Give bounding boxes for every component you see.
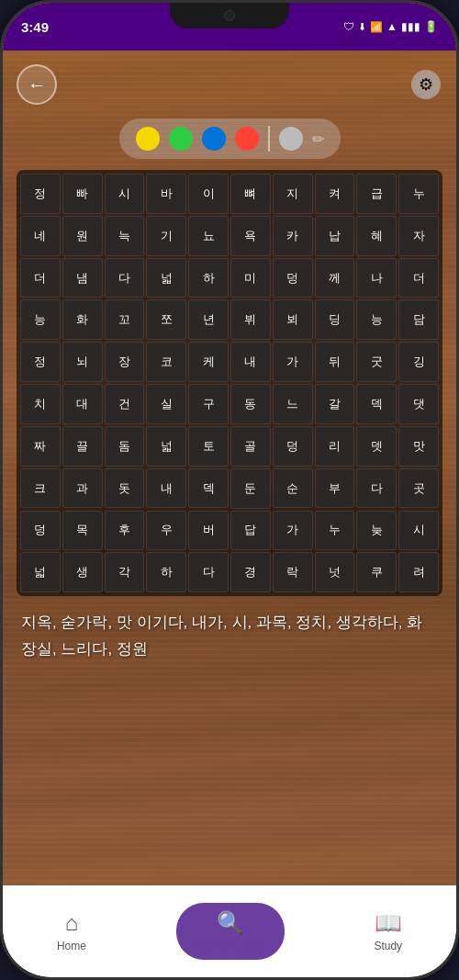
grid-cell[interactable]: 다	[188, 552, 229, 592]
grid-cell[interactable]: 크	[20, 468, 61, 509]
grid-cell[interactable]: 골	[230, 426, 271, 467]
grid-cell[interactable]: 미	[230, 258, 271, 299]
grid-cell[interactable]: 구	[188, 384, 229, 424]
grid-cell[interactable]: 곳	[398, 468, 439, 509]
grid-cell[interactable]: 이	[188, 174, 229, 214]
grid-cell[interactable]: 네	[20, 216, 61, 256]
grid-cell[interactable]: 순	[273, 468, 313, 509]
grid-cell[interactable]: 덱	[188, 468, 229, 509]
grid-cell[interactable]: 과	[62, 468, 103, 509]
grid-cell[interactable]: 화	[62, 299, 103, 340]
grid-cell[interactable]: 더	[20, 258, 61, 299]
grid-cell[interactable]: 댓	[398, 384, 439, 424]
grid-cell[interactable]: 목	[62, 511, 103, 551]
grid-cell[interactable]: 뷔	[230, 299, 271, 340]
grid-cell[interactable]: 케	[188, 342, 229, 382]
grid-cell[interactable]: 쿠	[356, 552, 397, 592]
grid-cell[interactable]: 원	[62, 216, 103, 256]
grid-cell[interactable]: 각	[105, 552, 145, 592]
grid-cell[interactable]: 실	[146, 384, 186, 424]
nav-home[interactable]: ⌂ Home	[39, 903, 105, 960]
grid-cell[interactable]: 끌	[62, 426, 103, 467]
grid-cell[interactable]: 장	[105, 342, 145, 382]
grid-cell[interactable]: 바	[146, 174, 186, 214]
grid-cell[interactable]: 생	[62, 552, 103, 592]
grid-cell[interactable]: 깅	[398, 342, 439, 382]
grid-cell[interactable]: 켜	[315, 174, 355, 214]
grid-cell[interactable]: 뼈	[230, 174, 271, 214]
grid-cell[interactable]: 욕	[230, 216, 271, 256]
grid-cell[interactable]: 치	[20, 384, 61, 424]
color-inactive[interactable]	[279, 127, 303, 151]
grid-cell[interactable]: 혜	[356, 216, 397, 256]
grid-cell[interactable]: 지	[273, 174, 313, 214]
grid-cell[interactable]: 시	[398, 511, 439, 551]
grid-cell[interactable]: 뵈	[273, 299, 313, 340]
grid-cell[interactable]: 하	[146, 552, 186, 592]
grid-cell[interactable]: 느	[273, 384, 313, 424]
grid-cell[interactable]: 대	[62, 384, 103, 424]
grid-cell[interactable]: 넓	[20, 552, 61, 592]
grid-cell[interactable]: 뎃	[356, 426, 397, 467]
grid-cell[interactable]: 돔	[105, 426, 145, 467]
grid-cell[interactable]: 덩	[20, 511, 61, 551]
grid-cell[interactable]: 내	[230, 342, 271, 382]
grid-cell[interactable]: 카	[273, 216, 313, 256]
nav-study[interactable]: 📖 Study	[355, 903, 420, 960]
grid-cell[interactable]: 께	[315, 258, 355, 299]
grid-cell[interactable]: 덱	[356, 384, 397, 424]
grid-cell[interactable]: 빠	[62, 174, 103, 214]
grid-cell[interactable]: 내	[146, 468, 186, 509]
grid-cell[interactable]: 동	[230, 384, 271, 424]
grid-cell[interactable]: 꼬	[105, 299, 145, 340]
grid-cell[interactable]: 둔	[230, 468, 271, 509]
grid-cell[interactable]: 늦	[356, 511, 397, 551]
grid-cell[interactable]: 답	[230, 511, 271, 551]
grid-cell[interactable]: 락	[273, 552, 313, 592]
grid-cell[interactable]: 려	[398, 552, 439, 592]
grid-cell[interactable]: 기	[146, 216, 186, 256]
grid-cell[interactable]: 넓	[146, 258, 186, 299]
grid-cell[interactable]: 년	[188, 299, 229, 340]
grid-cell[interactable]: 후	[105, 511, 145, 551]
grid-cell[interactable]: 뇌	[62, 342, 103, 382]
grid-cell[interactable]: 나	[356, 258, 397, 299]
grid-cell[interactable]: 맛	[398, 426, 439, 467]
grid-cell[interactable]: 더	[398, 258, 439, 299]
nav-word-puzzles[interactable]: 🔍 Word Puzzles	[176, 903, 285, 960]
grid-cell[interactable]: 누	[398, 174, 439, 214]
grid-cell[interactable]: 부	[315, 468, 355, 509]
grid-cell[interactable]: 덩	[273, 258, 313, 299]
color-yellow[interactable]	[136, 127, 160, 151]
grid-cell[interactable]: 돗	[105, 468, 145, 509]
eraser-icon[interactable]: ✏	[312, 130, 324, 148]
grid-cell[interactable]: 하	[188, 258, 229, 299]
grid-cell[interactable]: 다	[105, 258, 145, 299]
grid-cell[interactable]: 굿	[356, 342, 397, 382]
grid-cell[interactable]: 가	[273, 511, 313, 551]
grid-cell[interactable]: 정	[20, 174, 61, 214]
grid-cell[interactable]: 정	[20, 342, 61, 382]
grid-cell[interactable]: 능	[20, 299, 61, 340]
grid-cell[interactable]: 납	[315, 216, 355, 256]
grid-cell[interactable]: 시	[105, 174, 145, 214]
grid-cell[interactable]: 버	[188, 511, 229, 551]
color-red[interactable]	[235, 127, 259, 151]
grid-cell[interactable]: 늑	[105, 216, 145, 256]
grid-cell[interactable]: 냄	[62, 258, 103, 299]
grid-cell[interactable]: 뒤	[315, 342, 355, 382]
grid-cell[interactable]: 넓	[146, 426, 186, 467]
grid-cell[interactable]: 능	[356, 299, 397, 340]
grid-cell[interactable]: 리	[315, 426, 355, 467]
grid-cell[interactable]: 딩	[315, 299, 355, 340]
grid-cell[interactable]: 가	[273, 342, 313, 382]
grid-cell[interactable]: 짜	[20, 426, 61, 467]
color-green[interactable]	[169, 127, 193, 151]
grid-cell[interactable]: 뇨	[188, 216, 229, 256]
settings-button[interactable]: ⚙	[409, 68, 442, 101]
grid-cell[interactable]: 다	[356, 468, 397, 509]
grid-cell[interactable]: 덩	[273, 426, 313, 467]
grid-cell[interactable]: 자	[398, 216, 439, 256]
grid-cell[interactable]: 코	[146, 342, 186, 382]
grid-cell[interactable]: 갈	[315, 384, 355, 424]
